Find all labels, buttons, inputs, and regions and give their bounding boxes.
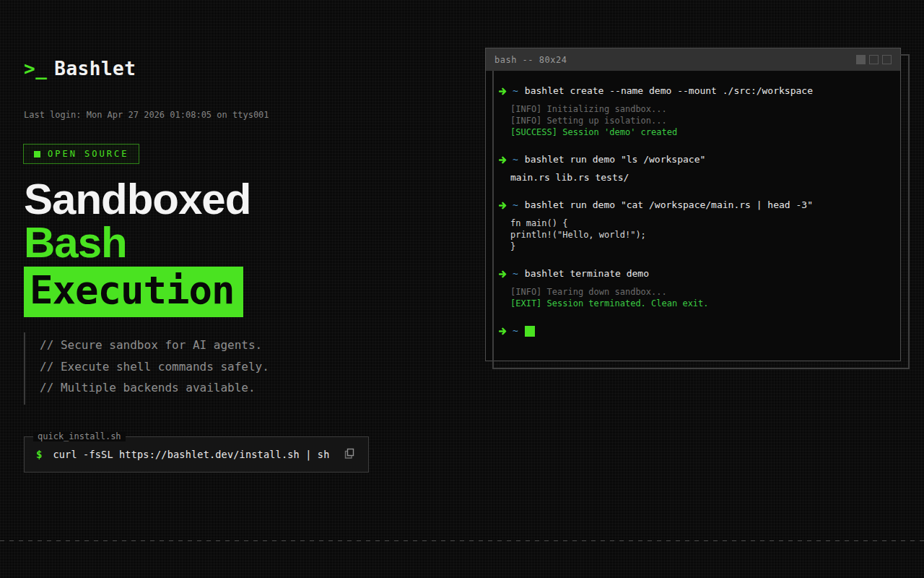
terminal-output-success: [SUCCESS] Session 'demo' created (510, 126, 887, 138)
prompt-arrow-icon (499, 270, 507, 278)
dollar-prompt-icon: $ (36, 449, 42, 460)
command-text: bashlet run demo "cat /workspace/main.rs… (525, 199, 813, 211)
window-maximize-icon[interactable] (869, 55, 879, 64)
badge-label: OPEN SOURCE (48, 149, 128, 159)
prompt-arrow-icon (499, 327, 507, 335)
dashed-divider (0, 540, 924, 541)
square-bullet-icon (34, 151, 40, 158)
feature-line: // Secure sandbox for AI agents. (40, 335, 269, 356)
terminal-command-line: ~bashlet terminate demo (499, 268, 887, 280)
prompt-path: ~ (513, 325, 518, 337)
install-command-row: $ curl -fsSL https://bashlet.dev/install… (25, 437, 368, 472)
terminal-gap (499, 138, 887, 154)
install-command-text: curl -fsSL https://bashlet.dev/install.s… (53, 449, 329, 460)
page-title: Sandboxed Bash Execution (24, 178, 399, 317)
terminal-output-info: [INFO] Setting up isolation... (510, 115, 887, 126)
terminal-window: bash -- 80x24 ~bashlet create --name dem… (485, 48, 901, 361)
terminal-output-info: [INFO] Initializing sandbox... (510, 103, 887, 115)
terminal-output-code: println!("Hello, world!"); (510, 229, 887, 241)
copy-icon (344, 447, 355, 462)
terminal-prompt-icon: >_ (24, 58, 47, 79)
window-minimize-icon[interactable] (856, 55, 866, 64)
open-source-badge: OPEN SOURCE (23, 144, 139, 164)
prompt-path: ~ (513, 199, 518, 211)
quick-install-box: quick_install.sh $ curl -fsSL https://ba… (24, 436, 369, 473)
prompt-path: ~ (513, 154, 518, 165)
prompt-path: ~ (513, 268, 518, 280)
terminal-output-exit: [EXIT] Session terminated. Clean exit. (510, 298, 887, 309)
terminal-gap (499, 309, 887, 325)
command-text: bashlet create --name demo --mount ./src… (525, 85, 813, 97)
prompt-arrow-icon (499, 156, 507, 164)
terminal-output-info: [INFO] Tearing down sandbox... (510, 286, 887, 298)
prompt-path: ~ (513, 85, 518, 97)
terminal-output-code: fn main() { (510, 217, 887, 229)
terminal-title: bash -- 80x24 (494, 55, 567, 65)
copy-button[interactable] (342, 446, 357, 463)
logo-name: Bashlet (54, 58, 136, 79)
feature-list: // Secure sandbox for AI agents.// Execu… (24, 332, 269, 405)
command-text: bashlet run demo "ls /workspace" (525, 154, 705, 165)
install-filename-label: quick_install.sh (33, 431, 126, 441)
terminal-command-line: ~bashlet run demo "ls /workspace" (499, 154, 887, 165)
prompt-arrow-icon (499, 87, 507, 95)
command-text: bashlet terminate demo (525, 268, 649, 280)
feature-line: // Execute shell commands safely. (40, 356, 269, 378)
terminal-gap (499, 184, 887, 199)
window-controls (856, 55, 892, 64)
terminal-output-code: } (510, 241, 887, 252)
headline-line1: Sandboxed (24, 175, 250, 223)
window-close-icon[interactable] (882, 55, 892, 64)
bashlet-logo: >_Bashlet (24, 58, 136, 79)
terminal-output-out: main.rs lib.rs tests/ (510, 172, 887, 184)
feature-line: // Multiple backends available. (40, 377, 269, 399)
prompt-arrow-icon (499, 202, 507, 210)
last-login-text: Last login: Mon Apr 27 2026 01:08:05 on … (24, 110, 269, 120)
terminal-body: ~bashlet create --name demo --mount ./sr… (486, 71, 900, 337)
headline-line2: Bash (24, 218, 127, 267)
terminal-active-prompt: ~ (499, 325, 887, 337)
terminal-titlebar: bash -- 80x24 (486, 48, 900, 71)
terminal-command-line: ~bashlet run demo "cat /workspace/main.r… (499, 199, 887, 211)
terminal-command-line: ~bashlet create --name demo --mount ./sr… (499, 85, 887, 97)
terminal-cursor (525, 326, 535, 337)
terminal-gap (499, 252, 887, 268)
headline-line3-highlighted: Execution (24, 267, 243, 317)
